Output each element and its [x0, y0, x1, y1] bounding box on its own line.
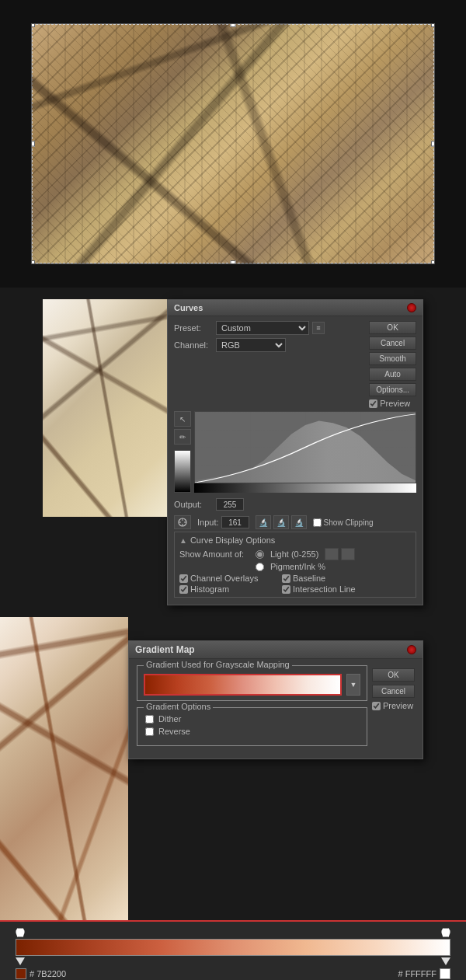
handle-bl[interactable]: [31, 260, 35, 264]
curves-section: Curves Preset: Custom ≡ Channel:: [0, 288, 466, 617]
output-label: Output:: [174, 500, 213, 509]
pigment-radio[interactable]: [256, 563, 264, 571]
dither-label: Dither: [158, 714, 181, 724]
gm-section-title: Gradient Used for Grayscale Mapping: [144, 660, 292, 669]
pigment-label: Pigment/Ink %: [270, 562, 325, 571]
show-clipping-row: Show Clipping: [313, 518, 374, 527]
horizontal-gradient-bar: [194, 483, 416, 493]
gm-close-button[interactable]: [407, 645, 416, 654]
reverse-checkbox[interactable]: [145, 727, 154, 736]
channel-overlays-checkbox[interactable]: [179, 574, 188, 583]
eyedropper-gray[interactable]: 🔬: [273, 515, 289, 529]
gm-left-col: Gradient Used for Grayscale Mapping ▼ Gr…: [137, 665, 367, 752]
ge-stop-right-top[interactable]: [441, 928, 450, 937]
curves-title: Curves: [174, 303, 203, 312]
show-amount-row: Show Amount of: Light (0-255): [179, 548, 411, 560]
handle-bm[interactable]: [231, 260, 236, 264]
curves-cancel-button[interactable]: Cancel: [369, 337, 416, 350]
preview-label: Preview: [380, 399, 410, 408]
curves-auto-button[interactable]: Auto: [369, 368, 416, 381]
baseline-checkbox[interactable]: [282, 574, 290, 583]
ge-stop-left-top[interactable]: [16, 928, 25, 937]
gm-cancel-button[interactable]: Cancel: [372, 685, 415, 698]
show-clipping-label: Show Clipping: [324, 518, 374, 527]
show-clipping-checkbox[interactable]: [313, 518, 322, 527]
graph-col: [194, 411, 416, 493]
handle-ml[interactable]: [31, 141, 35, 147]
curves-close-button[interactable]: [407, 303, 416, 312]
light-radio[interactable]: [256, 550, 264, 559]
output-row: Output:: [174, 498, 244, 511]
curves-target-tool[interactable]: [174, 515, 191, 529]
curves-graph[interactable]: [194, 411, 416, 483]
eyedropper-black[interactable]: 🔬: [256, 515, 271, 529]
curves-graph-wrapper: ↖ ✏: [174, 411, 416, 493]
handle-mr[interactable]: [431, 141, 435, 147]
curves-titlebar: Curves: [168, 300, 423, 316]
curves-smooth-button[interactable]: Smooth: [369, 352, 416, 365]
curves-buttons: OK Cancel Smooth Auto Options... Preview: [369, 321, 416, 408]
output-input-area: Output:: [174, 496, 416, 513]
intersection-label: Intersection Line: [293, 584, 356, 594]
channel-select[interactable]: RGB: [216, 338, 286, 352]
handle-tr[interactable]: [431, 23, 435, 27]
gm-options-title: Gradient Options: [144, 702, 213, 711]
output-input-row2: Input:: [197, 516, 249, 528]
curves-pen-tool[interactable]: ✏: [174, 429, 191, 445]
curves-options-icon[interactable]: ≡: [312, 322, 325, 334]
ge-labels-row: # 7B2200 # FFFFFF: [16, 968, 450, 979]
gradient-preview-bar[interactable]: [144, 674, 342, 696]
ge-right-swatch[interactable]: [440, 968, 450, 979]
grid-icon-1[interactable]: [325, 548, 339, 560]
handle-br[interactable]: [431, 260, 435, 264]
curves-tools: ↖ ✏: [174, 411, 191, 493]
curves-select-tool[interactable]: ↖: [174, 411, 191, 427]
ge-stop-bottom-left[interactable]: [16, 957, 25, 965]
ge-stop-bottom-right[interactable]: [441, 957, 450, 965]
gm-preview-checkbox[interactable]: [372, 702, 381, 710]
eyedropper-white[interactable]: 🔬: [291, 515, 307, 529]
histogram-checkbox[interactable]: [179, 585, 188, 594]
preset-select[interactable]: Custom: [216, 321, 309, 335]
curves-ok-button[interactable]: OK: [369, 321, 416, 334]
curve-display-label: Curve Display Options: [190, 535, 275, 545]
reverse-label: Reverse: [158, 727, 190, 736]
histogram-label: Histogram: [190, 584, 229, 594]
channel-overlays-label: Channel Overlays: [190, 574, 258, 583]
input-value[interactable]: [221, 516, 249, 528]
gm-ok-button[interactable]: OK: [372, 668, 415, 682]
ge-left-label: # 7B2200: [16, 968, 66, 979]
handle-tm[interactable]: [231, 23, 236, 27]
preview-checkbox[interactable]: [369, 399, 377, 408]
intersection-row: Intersection Line: [282, 584, 356, 594]
gm-preview-row: Preview: [372, 701, 415, 710]
ge-gradient-bar[interactable]: [16, 939, 450, 956]
input-label: Input:: [197, 518, 219, 527]
output-input[interactable]: [216, 498, 244, 511]
gradient-dropdown-arrow[interactable]: ▼: [346, 674, 360, 696]
gm-buttons-col: OK Cancel Preview: [372, 665, 415, 710]
curve-options-collapse-icon[interactable]: ▲: [179, 536, 187, 545]
dither-checkbox[interactable]: [145, 715, 154, 724]
gradient-preview-row: ▼: [144, 674, 360, 696]
baseline-row: Baseline: [282, 574, 325, 583]
channel-row: Channel: RGB: [174, 338, 366, 352]
light-label: Light (0-255): [270, 549, 318, 559]
curve-display-options: ▲ Curve Display Options Show Amount of: …: [174, 532, 416, 598]
show-options-rows: Channel Overlays Baseline Histogram Inte…: [179, 574, 411, 594]
selection-border: [32, 24, 434, 263]
gm-titlebar: Gradient Map: [129, 641, 423, 659]
left-thumbnail: [43, 299, 167, 517]
handle-tl[interactable]: [31, 23, 35, 27]
eyedropper-area: Input: 🔬 🔬 🔬 Show Clipping: [174, 515, 416, 529]
ge-right-label: # FFFFFF: [398, 968, 451, 979]
curve-display-header: ▲ Curve Display Options: [179, 535, 411, 545]
preset-row: Preset: Custom ≡: [174, 321, 366, 335]
baseline-label: Baseline: [293, 574, 325, 583]
grid-icon-2[interactable]: [341, 548, 355, 560]
intersection-checkbox[interactable]: [282, 585, 290, 594]
gm-gradient-section: Gradient Used for Grayscale Mapping ▼: [137, 665, 367, 701]
ge-left-swatch[interactable]: [16, 968, 26, 979]
channel-overlays-row: Channel Overlays: [179, 574, 280, 583]
curves-options-button[interactable]: Options...: [369, 383, 416, 396]
